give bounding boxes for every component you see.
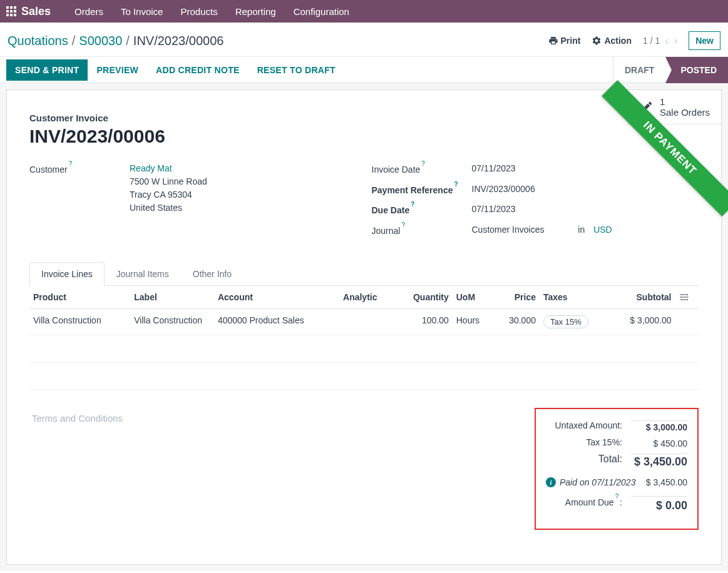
svg-rect-7 — [10, 14, 13, 16]
tax-label: Tax 15%: — [546, 437, 622, 449]
breadcrumb-quotations[interactable]: Quotations — [8, 34, 68, 48]
col-price[interactable]: Price — [494, 286, 540, 309]
customer-addr2: Tracy CA 95304 — [130, 188, 357, 201]
col-product[interactable]: Product — [29, 286, 130, 309]
svg-rect-6 — [6, 14, 9, 16]
breadcrumb-current: INV/2023/00006 — [133, 34, 224, 48]
due-date-value: 07/11/2023 — [472, 203, 699, 217]
cell-quantity: 100.00 — [395, 308, 453, 335]
col-label[interactable]: Label — [130, 286, 214, 309]
new-button[interactable]: New — [689, 31, 720, 50]
col-uom[interactable]: UoM — [453, 286, 494, 309]
statbox-label: Sale Orders — [660, 107, 710, 118]
customer-label: Customer? — [29, 162, 130, 215]
status-draft[interactable]: DRAFT — [613, 57, 665, 83]
tab-other-info[interactable]: Other Info — [181, 262, 244, 286]
col-quantity[interactable]: Quantity — [395, 286, 453, 309]
invoice-date-value: 07/11/2023 — [472, 162, 699, 176]
tabs: Invoice Lines Journal Items Other Info — [29, 261, 699, 286]
terms-conditions-field[interactable]: Terms and Conditions — [29, 408, 522, 530]
svg-rect-4 — [10, 10, 13, 13]
form-sheet: 1 Sale Orders IN PAYMENT Customer Invoic… — [6, 89, 722, 565]
pager-next-icon[interactable]: › — [674, 34, 677, 48]
col-analytic[interactable]: Analytic — [339, 286, 395, 309]
breadcrumb-order[interactable]: S00030 — [79, 34, 122, 48]
doc-type-label: Customer Invoice — [29, 113, 699, 123]
action-label: Action — [604, 36, 632, 46]
cell-analytic — [339, 308, 395, 335]
invoice-lines-table: Product Label Account Analytic Quantity … — [29, 286, 699, 390]
nav-reporting[interactable]: Reporting — [227, 6, 285, 17]
cell-taxes: Tax 15% — [540, 308, 610, 335]
payment-ref-label: Payment Reference? — [372, 183, 472, 197]
add-credit-note-button[interactable]: ADD CREDIT NOTE — [147, 59, 249, 81]
total-value: $ 3,450.00 — [631, 454, 687, 469]
col-account[interactable]: Account — [214, 286, 339, 309]
header-bar: Quotations / S00030 / INV/2023/00006 Pri… — [0, 23, 728, 57]
col-subtotal[interactable]: Subtotal — [610, 286, 675, 309]
gear-icon — [592, 36, 602, 46]
help-icon[interactable]: ? — [411, 201, 414, 208]
pager: 1 / 1 ‹ › — [643, 34, 677, 48]
totals-box: Untaxed Amount: $ 3,000.00 Tax 15%: $ 45… — [535, 408, 699, 530]
svg-point-10 — [686, 293, 688, 295]
nav-configuration[interactable]: Configuration — [285, 6, 358, 17]
cell-label: Villa Construction — [130, 308, 214, 335]
svg-rect-5 — [14, 10, 16, 13]
help-icon[interactable]: ? — [69, 160, 73, 167]
status-posted: POSTED — [665, 57, 728, 83]
amount-due-value: $ 0.00 — [631, 496, 687, 512]
svg-rect-11 — [682, 297, 688, 297]
apps-icon[interactable] — [6, 6, 16, 16]
payment-ref-value: INV/2023/00006 — [472, 183, 699, 197]
cell-account: 400000 Product Sales — [214, 308, 339, 335]
tax-value: $ 450.00 — [631, 437, 687, 449]
customer-addr3: United States — [130, 201, 357, 215]
statbox-count: 1 — [660, 96, 710, 107]
statusbar: DRAFT POSTED — [613, 57, 728, 83]
cell-price: 30.000 — [494, 308, 540, 335]
customer-link[interactable]: Ready Mat — [130, 163, 172, 173]
help-icon[interactable]: ? — [421, 160, 425, 167]
nav-products[interactable]: Products — [172, 6, 226, 17]
doc-title: INV/2023/00006 — [29, 126, 699, 147]
column-options-icon[interactable] — [675, 286, 699, 309]
nav-orders[interactable]: Orders — [66, 6, 112, 17]
currency-link[interactable]: USD — [593, 225, 612, 235]
info-icon[interactable]: i — [546, 477, 556, 487]
print-icon — [548, 36, 558, 46]
help-icon[interactable]: ? — [401, 221, 405, 228]
journal-value: Customer Invoices in USD — [472, 223, 699, 238]
amount-due-label: Amount Due? : — [546, 496, 622, 512]
table-row[interactable]: Villa Construction Villa Construction 40… — [29, 308, 699, 335]
nav-toinvoice[interactable]: To Invoice — [112, 6, 172, 17]
nav-brand[interactable]: Sales — [21, 5, 51, 18]
svg-point-12 — [680, 296, 682, 298]
svg-rect-8 — [14, 14, 16, 16]
svg-rect-9 — [680, 294, 685, 295]
breadcrumb: Quotations / S00030 / INV/2023/00006 — [8, 34, 223, 48]
print-button[interactable]: Print — [548, 36, 581, 46]
svg-point-14 — [686, 298, 688, 300]
untaxed-label: Untaxed Amount: — [546, 420, 622, 432]
tab-journal-items[interactable]: Journal Items — [105, 262, 181, 286]
untaxed-value: $ 3,000.00 — [631, 420, 687, 432]
print-label: Print — [561, 36, 581, 46]
help-icon[interactable]: ? — [454, 181, 458, 188]
svg-rect-13 — [680, 299, 685, 300]
pager-prev-icon[interactable]: ‹ — [665, 34, 669, 48]
due-date-label: Due Date? — [372, 203, 472, 217]
svg-rect-0 — [6, 6, 9, 9]
tab-invoice-lines[interactable]: Invoice Lines — [29, 262, 105, 286]
svg-rect-3 — [6, 10, 9, 13]
total-label: Total: — [546, 454, 622, 469]
help-icon[interactable]: ? — [615, 493, 619, 500]
send-print-button[interactable]: SEND & PRINT — [6, 59, 88, 81]
reset-to-draft-button[interactable]: RESET TO DRAFT — [249, 59, 344, 81]
paid-value: $ 3,450.00 — [646, 477, 687, 487]
col-taxes[interactable]: Taxes — [540, 286, 610, 309]
cell-uom: Hours — [453, 308, 494, 335]
journal-label: Journal? — [372, 223, 472, 238]
preview-button[interactable]: PREVIEW — [88, 59, 147, 81]
action-button[interactable]: Action — [592, 36, 632, 46]
